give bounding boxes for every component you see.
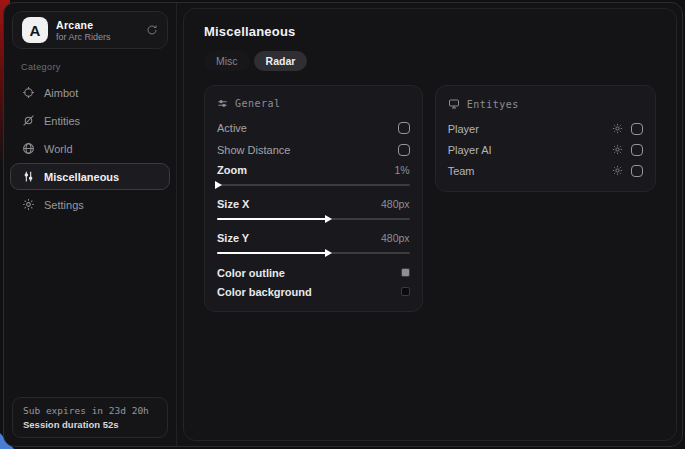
entities-icon — [22, 114, 35, 127]
setting-row-show-distance: Show Distance — [217, 139, 410, 161]
setting-label: Size Y — [217, 232, 249, 244]
panels-row: General Active Show Distance Zoom 1% — [204, 85, 656, 312]
app-name: Arcane — [56, 19, 111, 31]
entities-panel-title: Entityes — [467, 99, 519, 110]
gear-icon[interactable] — [612, 123, 623, 134]
sidebar-item-world[interactable]: World — [10, 135, 170, 162]
setting-row-active: Active — [217, 117, 410, 139]
active-checkbox[interactable] — [398, 122, 410, 134]
sliders-small-icon — [217, 98, 228, 109]
player-ai-checkbox[interactable] — [631, 144, 643, 156]
entity-label: Team — [448, 165, 475, 177]
show-distance-checkbox[interactable] — [398, 144, 410, 156]
sidebar-item-label: Entities — [44, 115, 80, 127]
main-panel: Miscellaneous Misc Radar Gene — [183, 8, 677, 441]
sidebar-item-label: World — [44, 143, 73, 155]
app-meta: Arcane for Arc Riders — [56, 19, 111, 42]
entity-label: Player — [448, 123, 479, 135]
setting-label: Zoom — [217, 164, 247, 176]
globe-icon — [22, 142, 35, 155]
refresh-icon[interactable] — [146, 24, 158, 36]
setting-row-color-background: Color background — [217, 282, 410, 301]
tab-radar[interactable]: Radar — [254, 51, 308, 71]
subscription-info-card: Sub expires in 23d 20h Session duration … — [12, 397, 168, 438]
entity-row-player: Player — [448, 118, 643, 139]
sidebar-menu: Aimbot Entities World — [4, 79, 176, 218]
sliders-icon — [22, 170, 35, 183]
monitor-icon — [448, 98, 460, 110]
tab-misc[interactable]: Misc — [204, 51, 250, 71]
sidebar-item-label: Aimbot — [44, 87, 78, 99]
entity-label: Player AI — [448, 144, 492, 156]
size-x-value: 480px — [381, 198, 410, 210]
sub-expires-text: Sub expires in 23d 20h — [23, 405, 157, 416]
app-logo-card: A Arcane for Arc Riders — [12, 11, 168, 49]
general-panel: General Active Show Distance Zoom 1% — [204, 85, 423, 312]
gear-icon[interactable] — [612, 165, 623, 176]
size-y-slider[interactable] — [217, 252, 410, 254]
page-title: Miscellaneous — [204, 24, 656, 39]
setting-label: Color outline — [217, 267, 285, 279]
sidebar-item-entities[interactable]: Entities — [10, 107, 170, 134]
entity-row-team: Team — [448, 160, 643, 181]
slider-fill — [217, 252, 327, 254]
sidebar: A Arcane for Arc Riders Category Aimbot — [4, 3, 177, 446]
app-subtitle: for Arc Riders — [56, 32, 111, 42]
gear-icon[interactable] — [612, 144, 623, 155]
app-window: A Arcane for Arc Riders Category Aimbot — [3, 2, 683, 447]
zoom-slider[interactable] — [217, 184, 410, 186]
color-background-swatch[interactable] — [401, 287, 410, 296]
tab-bar: Misc Radar — [204, 51, 656, 71]
zoom-value: 1% — [394, 164, 409, 176]
setting-row-size-x: Size X 480px — [217, 195, 410, 213]
slider-fill — [217, 218, 327, 220]
gear-icon — [22, 198, 35, 211]
team-checkbox[interactable] — [631, 165, 643, 177]
category-label: Category — [21, 62, 176, 72]
sidebar-item-miscellaneous[interactable]: Miscellaneous — [10, 163, 170, 190]
setting-label: Active — [217, 122, 247, 134]
session-duration-text: Session duration 52s — [23, 419, 157, 430]
player-checkbox[interactable] — [631, 123, 643, 135]
sidebar-item-aimbot[interactable]: Aimbot — [10, 79, 170, 106]
main-area: Miscellaneous Misc Radar Gene — [177, 3, 682, 446]
crosshair-icon — [22, 86, 35, 99]
size-y-value: 480px — [381, 232, 410, 244]
setting-label: Color background — [217, 286, 312, 298]
entity-controls — [612, 144, 643, 156]
entities-panel: Entityes Player — [435, 85, 656, 192]
entities-panel-header: Entityes — [448, 98, 643, 110]
setting-row-color-outline: Color outline — [217, 263, 410, 282]
entity-controls — [612, 123, 643, 135]
zoom-slider-handle[interactable] — [215, 181, 222, 189]
sidebar-item-settings[interactable]: Settings — [10, 191, 170, 218]
entity-controls — [612, 165, 643, 177]
general-panel-header: General — [217, 98, 410, 109]
setting-label: Show Distance — [217, 144, 290, 156]
size-y-slider-handle[interactable] — [325, 249, 332, 257]
general-panel-title: General — [235, 98, 281, 109]
size-x-slider-handle[interactable] — [325, 215, 332, 223]
setting-label: Size X — [217, 198, 249, 210]
sidebar-item-label: Settings — [44, 199, 84, 211]
entity-row-player-ai: Player AI — [448, 139, 643, 160]
setting-row-zoom: Zoom 1% — [217, 161, 410, 179]
app-logo: A — [22, 17, 48, 43]
color-outline-swatch[interactable] — [401, 268, 410, 277]
size-x-slider[interactable] — [217, 218, 410, 220]
sidebar-item-label: Miscellaneous — [44, 171, 119, 183]
setting-row-size-y: Size Y 480px — [217, 229, 410, 247]
